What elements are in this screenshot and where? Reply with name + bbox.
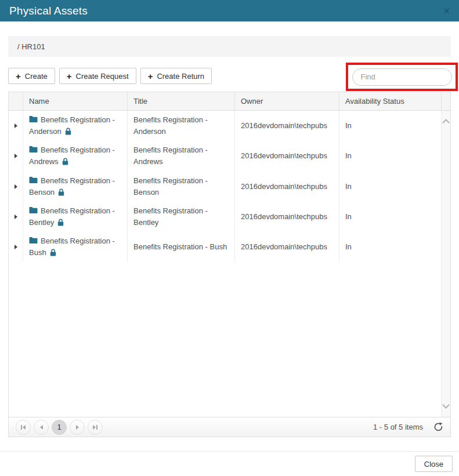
asset-name: Benefits Registration - Bush [29,237,115,257]
scroll-up-icon[interactable] [442,119,450,126]
table-row[interactable]: Benefits Registration - Benson Benefits … [9,172,450,202]
table-row[interactable]: Benefits Registration - Andrews Benefits… [9,141,450,171]
refresh-icon [433,422,443,432]
expand-arrow-icon[interactable] [15,215,17,219]
cell-title: Benefits Registration - Bush [127,232,234,262]
cell-name: Benefits Registration - Bush [23,232,127,262]
folder-icon [29,175,41,187]
annotation-highlight [346,63,458,91]
pagination-bar: 1 1 - 5 of 5 items [9,417,450,437]
folder-icon [29,205,41,217]
previous-page-button[interactable] [34,420,49,435]
next-page-icon [76,425,79,430]
expand-cell[interactable] [9,111,23,141]
column-header-expand [9,92,23,110]
refresh-button[interactable] [433,422,443,432]
breadcrumb-path[interactable]: / HR101 [17,42,45,51]
cell-status: In [339,141,441,171]
cell-name: Benefits Registration - Bentley [23,202,127,232]
last-page-icon [93,425,96,430]
cell-owner: 2016devdomain\techpubs [234,232,339,262]
table-header-row: Name Title Owner Availability Status [9,92,450,111]
expand-arrow-icon[interactable] [15,245,17,249]
folder-icon [29,235,41,247]
column-header-spacer [441,92,450,110]
breadcrumb[interactable]: / HR101 [8,36,451,57]
cell-owner: 2016devdomain\techpubs [234,172,339,202]
cell-status: In [339,232,441,262]
cell-owner: 2016devdomain\techpubs [234,141,339,171]
asset-name: Benefits Registration - Anderson [29,115,115,136]
cell-owner: 2016devdomain\techpubs [234,202,339,232]
page-1-button[interactable]: 1 [52,420,67,435]
cell-title: Benefits Registration - Bentley [127,202,234,232]
table-row[interactable]: Benefits Registration - Bush Benefits Re… [9,232,450,262]
table-row[interactable]: Benefits Registration - Anderson Benefit… [9,111,450,141]
vertical-scrollbar[interactable] [441,111,450,417]
asset-name: Benefits Registration - Andrews [29,146,115,166]
cell-owner: 2016devdomain\techpubs [234,111,339,141]
cell-status: In [339,111,441,141]
plus-icon: + [148,72,153,81]
dialog-titlebar: Physical Assets × [0,0,459,21]
close-icon[interactable]: × [443,6,450,16]
cell-name: Benefits Registration - Benson [23,172,127,202]
close-button[interactable]: Close [415,456,453,472]
next-page-button[interactable] [70,420,85,435]
lock-icon [54,217,64,228]
column-header-status[interactable]: Availability Status [339,92,441,110]
find-input[interactable] [352,68,452,86]
expand-cell[interactable] [9,172,23,202]
expand-arrow-icon[interactable] [15,184,17,189]
folder-icon [29,114,41,126]
first-page-icon [23,425,26,430]
cell-title: Benefits Registration - Benson [127,172,234,202]
lock-icon [59,156,68,168]
create-button[interactable]: + Create [8,68,55,84]
footer-divider [0,451,459,452]
folder-icon [29,144,41,156]
table-body: Benefits Registration - Anderson Benefit… [9,111,450,417]
column-header-name[interactable]: Name [23,92,127,110]
physical-assets-dialog: Physical Assets × / HR101 + Create + Cre… [0,0,459,437]
table-row[interactable]: Benefits Registration - Bentley Benefits… [9,202,450,232]
column-header-owner[interactable]: Owner [234,92,339,110]
create-request-button[interactable]: + Create Request [59,68,136,84]
expand-arrow-icon[interactable] [15,154,17,158]
expand-cell[interactable] [9,141,23,171]
cell-title: Benefits Registration - Anderson [127,111,234,141]
cell-name: Benefits Registration - Andrews [23,141,127,171]
lock-icon [62,126,71,137]
items-count-label: 1 - 5 of 5 items [373,423,423,431]
expand-cell[interactable] [9,232,23,262]
asset-name: Benefits Registration - Bentley [29,206,115,227]
plus-icon: + [16,72,21,81]
plus-icon: + [67,72,72,81]
first-page-button[interactable] [16,420,31,435]
scroll-down-icon[interactable] [442,401,450,409]
previous-page-icon [40,425,43,430]
lock-icon [46,247,56,259]
create-return-button[interactable]: + Create Return [140,68,212,84]
assets-table: Name Title Owner Availability Status Ben… [8,92,451,437]
dialog-title: Physical Assets [9,5,88,17]
cell-status: In [339,172,441,202]
column-header-title[interactable]: Title [127,92,234,110]
last-page-button[interactable] [88,420,103,435]
cell-name: Benefits Registration - Anderson [23,111,127,141]
asset-name: Benefits Registration - Benson [29,176,115,197]
expand-arrow-icon[interactable] [15,123,17,128]
lock-icon [55,187,64,198]
cell-status: In [339,202,441,232]
cell-title: Benefits Registration - Andrews [127,141,234,171]
expand-cell[interactable] [9,202,23,232]
